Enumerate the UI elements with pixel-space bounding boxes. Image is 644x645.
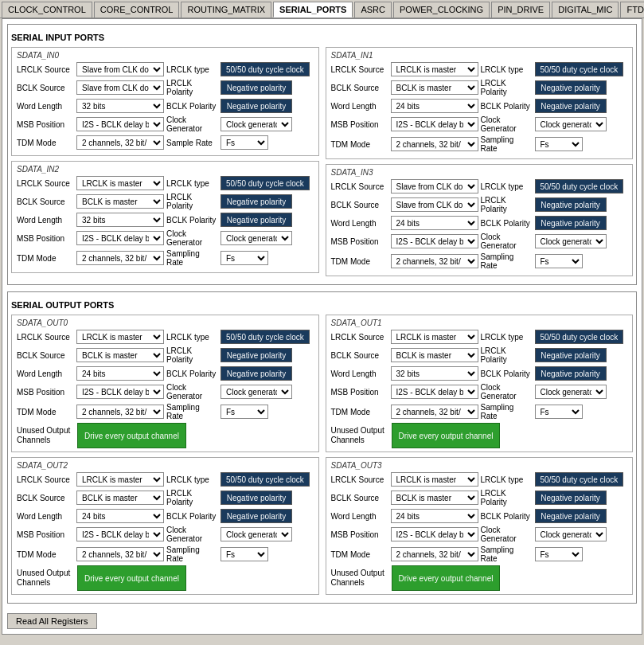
out2-word-length-select[interactable]: 24 bits	[76, 509, 164, 523]
tab-core-control[interactable]: CORE_CONTROL	[94, 2, 180, 18]
tab-ftdm-in[interactable]: FTDM_IN	[620, 2, 644, 18]
in3-tdm-select[interactable]: 2 channels, 32 bit/	[391, 254, 478, 268]
in0-msb-select[interactable]: I2S - BCLK delay b	[76, 117, 164, 131]
out2-clkgen-select[interactable]: Clock generator 1	[221, 527, 292, 541]
out2-bclk-source-select[interactable]: BCLK is master	[76, 491, 164, 505]
out2-unused-btn[interactable]: Drive every output channel	[77, 565, 186, 591]
out2-lrclk-polarity-btn[interactable]: Negative polarity	[221, 491, 292, 505]
in2-bclk-polarity-btn[interactable]: Negative polarity	[221, 213, 292, 227]
in3-bclk-polarity-btn[interactable]: Negative polarity	[535, 216, 607, 230]
in0-lrclk-type-btn[interactable]: 50/50 duty cycle clock	[221, 62, 310, 76]
out3-tdm-select[interactable]: 2 channels, 32 bit/	[391, 547, 478, 561]
out0-bclk-source-select[interactable]: BCLK is master	[76, 348, 164, 362]
in3-clkgen-select[interactable]: Clock generator 1	[535, 234, 607, 248]
out3-clkgen-select[interactable]: Clock generator 1	[535, 527, 607, 541]
in3-lrclk-polarity-btn[interactable]: Negative polarity	[535, 197, 607, 212]
tab-serial-ports[interactable]: SERIAL_PORTS	[273, 2, 353, 18]
out3-samplerate-select[interactable]: Fs	[535, 547, 583, 561]
sdata-in1-col: SDATA_IN1 LRCLK Source LRCLK is master L…	[326, 47, 634, 281]
in1-msb-select[interactable]: I2S - BCLK delay b	[391, 117, 478, 131]
tab-clock-control[interactable]: CLOCK_CONTROL	[2, 2, 92, 18]
out1-tdm-select[interactable]: 2 channels, 32 bit/	[391, 405, 478, 419]
out3-bclk-polarity-btn[interactable]: Negative polarity	[535, 509, 607, 523]
in0-bclk-polarity-btn[interactable]: Negative polarity	[221, 99, 292, 113]
out1-msb-select[interactable]: I2S - BCLK delay b	[391, 385, 478, 399]
out1-msb-row: MSB Position I2S - BCLK delay b Clock Ge…	[331, 383, 628, 401]
in0-bclk-source-select[interactable]: Slave from CLK do	[76, 80, 164, 95]
out1-lrclk-source-select[interactable]: LRCLK is master	[391, 330, 478, 344]
in1-bclk-polarity-btn[interactable]: Negative polarity	[535, 99, 607, 113]
out0-samplerate-select[interactable]: Fs	[221, 405, 268, 419]
in2-tdm-select[interactable]: 2 channels, 32 bit/	[76, 251, 164, 265]
out0-msb-select[interactable]: I2S - BCLK delay b	[76, 385, 164, 399]
in0-word-length-select[interactable]: 32 bits	[76, 99, 164, 113]
in1-bclk-source-select[interactable]: BCLK is master	[391, 80, 478, 95]
out0-lrclk-source-select[interactable]: LRCLK is master	[76, 330, 164, 344]
out0-lrclk-polarity-btn[interactable]: Negative polarity	[221, 348, 292, 362]
tab-routing-matrix[interactable]: ROUTING_MATRIX	[181, 2, 271, 18]
in3-bclk-source-select[interactable]: Slave from CLK do	[391, 197, 478, 212]
out1-bclk-polarity-btn[interactable]: Negative polarity	[535, 366, 607, 381]
in2-clkgen-select[interactable]: Clock generator 1	[221, 231, 292, 245]
out2-bclk-polarity-btn[interactable]: Negative polarity	[221, 509, 292, 523]
in0-msb-label: MSB Position	[17, 120, 74, 129]
out0-tdm-select[interactable]: 2 channels, 32 bit/	[76, 405, 164, 419]
in3-lrclk-pol-label: LRCLK Polarity	[481, 196, 533, 213]
tab-pin-drive[interactable]: PIN_DRIVE	[491, 2, 550, 18]
in0-lrclk-polarity-btn[interactable]: Negative polarity	[221, 80, 292, 95]
out2-lrclk-type-btn[interactable]: 50/50 duty cycle clock	[221, 472, 310, 487]
in3-word-length-select[interactable]: 24 bits	[391, 216, 478, 230]
in1-lrclk-source-select[interactable]: LRCLK is master	[391, 62, 478, 76]
out3-word-length-select[interactable]: 24 bits	[391, 509, 478, 523]
read-all-registers-btn[interactable]: Read All Registers	[7, 613, 97, 629]
out0-bclk-polarity-btn[interactable]: Negative polarity	[221, 366, 292, 381]
in3-lrclk-type-btn[interactable]: 50/50 duty cycle clock	[535, 179, 624, 194]
in0-samplerate-select[interactable]: Fs	[221, 135, 268, 150]
out1-unused-btn[interactable]: Drive every output channel	[392, 423, 501, 448]
out1-samplerate-select[interactable]: Fs	[535, 405, 583, 419]
out1-bclk-source-select[interactable]: BCLK is master	[391, 348, 478, 362]
in1-lrclk-polarity-btn[interactable]: Negative polarity	[535, 80, 607, 95]
in2-bclk-source-select[interactable]: BCLK is master	[76, 194, 164, 209]
out2-msb-select[interactable]: I2S - BCLK delay b	[76, 527, 164, 541]
in2-lrclk-polarity-btn[interactable]: Negative polarity	[221, 194, 292, 209]
in3-msb-select[interactable]: I2S - BCLK delay b	[391, 234, 478, 248]
out2-tdm-select[interactable]: 2 channels, 32 bit/	[76, 547, 164, 561]
out1-clkgen-select[interactable]: Clock generator 1	[535, 385, 607, 399]
out3-unused-btn[interactable]: Drive every output channel	[392, 565, 501, 591]
out0-word-length-select[interactable]: 24 bits	[76, 366, 164, 381]
out1-lrclk-type-btn[interactable]: 50/50 duty cycle clock	[535, 330, 624, 344]
tab-power-clocking[interactable]: POWER_CLOCKING	[393, 2, 490, 18]
out3-bclk-source-select[interactable]: BCLK is master	[391, 491, 478, 505]
in3-samplerate-select[interactable]: Fs	[535, 254, 583, 268]
out1-word-length-select[interactable]: 32 bits	[391, 366, 478, 381]
in2-msb-select[interactable]: I2S - BCLK delay b	[76, 231, 164, 245]
out0-unused-btn[interactable]: Drive every output channel	[77, 423, 186, 448]
in1-msb-label: MSB Position	[331, 120, 388, 129]
in1-word-length-select[interactable]: 24 bits	[391, 99, 478, 113]
in0-lrclk-source-select[interactable]: Slave from CLK do	[76, 62, 164, 76]
out0-bclk-source-row: BCLK Source BCLK is master LRCLK Polarit…	[17, 346, 314, 364]
out1-lrclk-polarity-btn[interactable]: Negative polarity	[535, 348, 607, 362]
out3-lrclk-source-select[interactable]: LRCLK is master	[391, 472, 478, 487]
in2-word-length-select[interactable]: 32 bits	[76, 213, 164, 227]
in1-clkgen-select[interactable]: Clock generator 1	[535, 117, 607, 131]
in1-lrclk-type-btn[interactable]: 50/50 duty cycle clock	[535, 62, 624, 76]
in0-tdm-select[interactable]: 2 channels, 32 bit/	[76, 135, 164, 150]
in1-samplerate-select[interactable]: Fs	[535, 137, 583, 151]
out3-lrclk-polarity-btn[interactable]: Negative polarity	[535, 491, 607, 505]
out3-msb-select[interactable]: I2S - BCLK delay b	[391, 527, 478, 541]
out0-lrclk-type-btn[interactable]: 50/50 duty cycle clock	[221, 330, 310, 344]
out3-lrclk-type-btn[interactable]: 50/50 duty cycle clock	[535, 472, 624, 487]
out2-samplerate-select[interactable]: Fs	[221, 547, 268, 561]
in2-lrclk-type-btn[interactable]: 50/50 duty cycle clock	[221, 176, 310, 190]
in0-clkgen-select[interactable]: Clock generator 1	[221, 117, 292, 131]
out2-lrclk-source-select[interactable]: LRCLK is master	[76, 472, 164, 487]
in1-tdm-select[interactable]: 2 channels, 32 bit/	[391, 137, 478, 151]
in2-lrclk-source-select[interactable]: LRCLK is master	[76, 176, 164, 190]
out0-clkgen-select[interactable]: Clock generator 1	[221, 385, 292, 399]
in2-samplerate-select[interactable]: Fs	[221, 251, 268, 265]
tab-digital-mic[interactable]: DIGITAL_MIC	[552, 2, 619, 18]
tab-asrc[interactable]: ASRC	[354, 2, 392, 18]
in3-lrclk-source-select[interactable]: Slave from CLK do	[391, 179, 478, 194]
